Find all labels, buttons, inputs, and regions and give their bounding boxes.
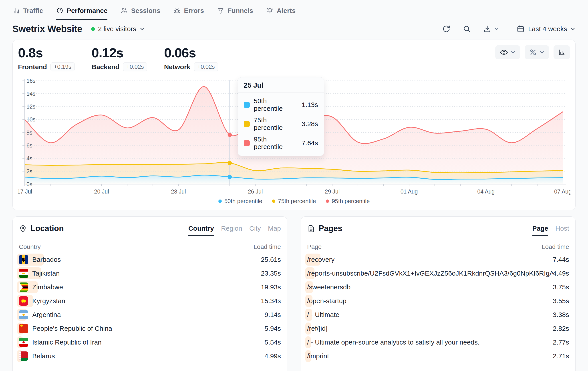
tab-label: Errors (184, 7, 204, 14)
chart-type-button[interactable] (554, 45, 570, 59)
page-row[interactable]: /imprint2.71s (307, 349, 569, 363)
page-row[interactable]: /ref/[id]2.82s (307, 322, 569, 335)
live-visitors-dropdown[interactable]: 2 live visitors (91, 25, 145, 33)
tab-region[interactable]: Region (221, 225, 242, 236)
page-row[interactable]: / - Ultimate3.38s (307, 308, 569, 322)
flag-by-icon (19, 351, 28, 361)
row-label: Islamic Republic of Iran (32, 339, 265, 346)
tooltip-series-label: 75th percentile (254, 116, 302, 131)
page-row[interactable]: /reports-unsubscribe/U2FsdGVkX1+IvGEXJzZ… (307, 266, 569, 280)
row-label: /reports-unsubscribe/U2FsdGVkX1+IvGEXJzZ… (307, 270, 553, 277)
pages-tabs: PageHost (532, 224, 569, 236)
flag-ar-icon (19, 310, 28, 319)
date-range-label: Last 4 weeks (528, 25, 567, 33)
legend-label: 75th percentile (278, 198, 316, 205)
search-button[interactable] (462, 24, 471, 33)
series-color-swatch (244, 121, 250, 127)
row-label: Kyrgyzstan (32, 297, 261, 305)
metric-change-badge: +0.19s (51, 62, 75, 71)
legend-dot-icon (272, 200, 275, 203)
page-row[interactable]: /recovery7.44s (307, 253, 569, 266)
tab-label: Alerts (277, 7, 295, 14)
metric-network[interactable]: 0.06s Network +0.02s (164, 45, 218, 71)
row-label: / - Ultimate (307, 311, 553, 318)
legend-item[interactable]: 50th percentile (218, 198, 262, 205)
country-row[interactable]: Tajikistan23.35s (19, 266, 281, 280)
chart-area[interactable]: 2s4s6s8s10s12s14s16s0s17 Jul20 Jul23 Jul… (18, 78, 570, 197)
legend-item[interactable]: 75th percentile (272, 198, 316, 205)
country-row[interactable]: Barbados25.61s (19, 253, 281, 266)
legend-dot-icon (326, 200, 329, 203)
page-row[interactable]: / - Ultimate open-source analytics to sa… (307, 335, 569, 349)
users-icon (120, 7, 128, 14)
legend-label: 50th percentile (224, 198, 262, 205)
pages-list: /recovery7.44s/reports-unsubscribe/U2Fsd… (307, 253, 569, 363)
row-value: 23.35s (261, 270, 281, 277)
metric-value: 0.8s (18, 45, 75, 61)
tab-sessions[interactable]: Sessions (120, 0, 160, 21)
tab-map[interactable]: Map (268, 225, 281, 236)
location-panel: Location CountryRegionCityMap Country Lo… (12, 216, 287, 371)
row-label: People's Republic of China (32, 325, 265, 332)
row-value: 4.99s (265, 352, 281, 360)
tooltip-title: 25 Jul (238, 77, 324, 93)
metric-value: 0.06s (164, 45, 218, 61)
metric-value: 0.12s (92, 45, 147, 61)
metric-backend[interactable]: 0.12s Backend +0.02s (92, 45, 147, 71)
row-value: 5.94s (265, 325, 281, 332)
tab-errors[interactable]: Errors (173, 0, 204, 21)
tooltip-series-label: 95th percentile (254, 136, 302, 151)
metric-frontend[interactable]: 0.8s Frontend +0.19s (18, 45, 75, 71)
country-row[interactable]: Kyrgyzstan15.34s (19, 294, 281, 308)
country-row[interactable]: People's Republic of China5.94s (19, 322, 281, 335)
row-label: /recovery (307, 256, 553, 263)
page-row[interactable]: /sweetenersdb3.75s (307, 280, 569, 294)
chart-tooltip: 25 Jul 50th percentile 1.13s 75th percen… (238, 77, 324, 156)
visibility-dropdown-button[interactable] (495, 45, 520, 59)
location-tabs: CountryRegionCityMap (188, 224, 281, 236)
row-value: 9.14s (265, 311, 281, 318)
row-value: 4.49s (553, 270, 569, 277)
svg-text:26 Jul: 26 Jul (248, 188, 263, 195)
tab-host[interactable]: Host (555, 225, 569, 236)
country-row[interactable]: Zimbabwe19.93s (19, 280, 281, 294)
tab-country[interactable]: Country (188, 225, 214, 236)
svg-text:01 Aug: 01 Aug (400, 188, 418, 195)
tab-alerts[interactable]: Alerts (266, 0, 295, 21)
country-row[interactable]: Belarus4.99s (19, 349, 281, 363)
svg-text:12s: 12s (26, 103, 35, 110)
legend-item[interactable]: 95th percentile (326, 198, 370, 205)
tab-traffic[interactable]: Traffic (12, 0, 43, 21)
tab-label: Performance (67, 7, 107, 14)
tab-funnels[interactable]: Funnels (217, 0, 253, 21)
live-visitors-label: 2 live visitors (98, 25, 136, 33)
search-icon (462, 24, 471, 33)
svg-text:6s: 6s (26, 142, 32, 148)
live-dot-icon (91, 27, 95, 31)
chevron-down-icon (494, 26, 499, 32)
funnel-icon (217, 7, 224, 14)
tooltip-series-value: 7.64s (302, 139, 318, 147)
column-header-value: Load time (542, 243, 569, 250)
bar-chart-icon (558, 49, 566, 56)
svg-text:29 Jul: 29 Jul (325, 188, 340, 195)
panel-title: Pages (319, 224, 342, 233)
tab-performance[interactable]: Performance (56, 0, 107, 21)
page-row[interactable]: /open-startup3.55s (307, 294, 569, 308)
tab-city[interactable]: City (249, 225, 261, 236)
row-label: Zimbabwe (32, 283, 261, 291)
row-value: 15.34s (261, 297, 281, 305)
svg-text:07 Aug: 07 Aug (554, 188, 570, 195)
date-range-picker[interactable]: Last 4 weeks (516, 24, 576, 33)
refresh-button[interactable] (442, 24, 451, 33)
country-row[interactable]: Islamic Republic of Iran5.54s (19, 335, 281, 349)
tooltip-series-label: 50th percentile (254, 97, 302, 112)
svg-text:10s: 10s (26, 116, 35, 123)
row-value: 5.54s (265, 339, 281, 346)
country-row[interactable]: Argentina9.14s (19, 308, 281, 322)
column-header-name: Page (307, 243, 322, 250)
percentage-dropdown-button[interactable] (525, 45, 549, 59)
flag-kg-icon (19, 296, 28, 306)
export-button[interactable] (483, 24, 499, 33)
tab-page[interactable]: Page (532, 225, 548, 236)
